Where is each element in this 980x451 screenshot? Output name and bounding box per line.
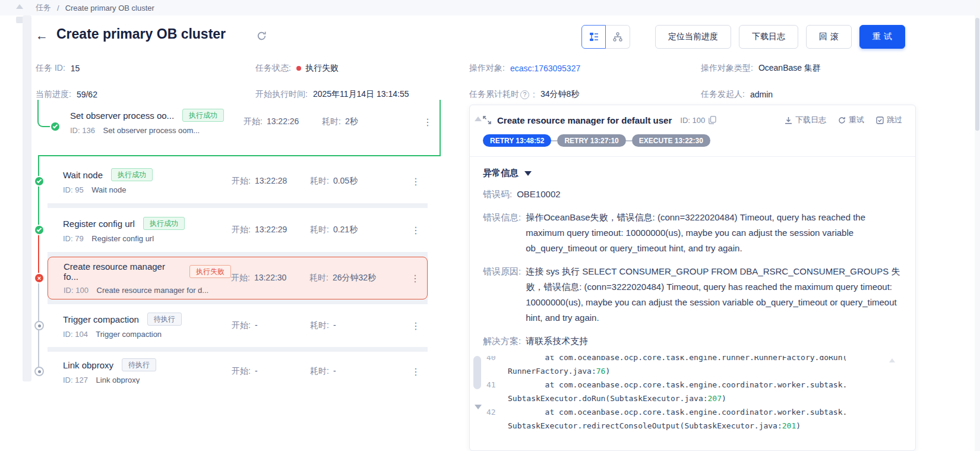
field-label: 当前进度: (36, 89, 71, 100)
duration-value: 2秒 (345, 116, 358, 126)
connector-elbow-green (37, 100, 52, 127)
retry-button[interactable]: 重试 (859, 25, 905, 49)
status-pending-icon (34, 321, 44, 330)
task-card-register-config[interactable]: Register config url 执行成功 ID: 79 Register… (48, 208, 428, 252)
panel-scrollbar-thumb[interactable] (473, 356, 481, 389)
subtask-retry-link[interactable]: 重试 (838, 115, 864, 125)
more-menu-icon[interactable]: ⋮ (404, 366, 428, 377)
locate-progress-button[interactable]: 定位当前进度 (655, 25, 731, 49)
task-desc: Wait node (91, 185, 126, 194)
more-menu-icon[interactable]: ⋮ (403, 273, 427, 284)
task-card-trigger-compaction[interactable]: Trigger compaction 待执行 ID: 104 Trigger c… (48, 304, 428, 347)
log-row: 42 at com.oceanbase.ocp.core.task.engine… (486, 405, 915, 419)
field-label: 操作对象: (469, 63, 505, 74)
task-card-set-observer[interactable]: Set observer process oo... 执行成功 ID: 136 … (62, 101, 440, 143)
field-label: 任务状态: (255, 63, 291, 74)
start-label: 开始: (232, 366, 251, 376)
more-menu-icon[interactable]: ⋮ (404, 320, 428, 332)
cluster-link[interactable]: ecasc:1763095327 (510, 64, 580, 73)
field-label: 任务累计耗时 (469, 89, 519, 100)
rollback-button[interactable]: 回滚 (806, 25, 852, 49)
field-value: 59/62 (77, 90, 97, 99)
field-start-time: 开始执行时间: 2025年11月14日 13:14:55 (255, 89, 409, 100)
subtask-download-log-link[interactable]: 下载日志 (785, 115, 826, 125)
task-card-wait-node[interactable]: Wait node 执行成功 ID: 95 Wait node 开始:13:22… (48, 159, 428, 203)
log-scroll-up-icon[interactable] (889, 358, 895, 362)
collapse-up-icon[interactable] (16, 4, 23, 9)
error-message-label: 错误信息: (483, 210, 521, 225)
help-icon[interactable]: ? (520, 90, 529, 99)
panel-scroll-down-icon[interactable] (475, 405, 482, 409)
duration-label: 耗时: (310, 176, 329, 185)
download-log-button[interactable]: 下载日志 (739, 25, 798, 49)
task-desc: Trigger compaction (96, 330, 162, 339)
subtask-skip-link[interactable]: 跳过 (876, 115, 902, 125)
timeline-pill-retry[interactable]: RETRY 13:27:10 (557, 134, 625, 147)
subtask-id: ID: 100 (680, 116, 705, 125)
log-line-number: 42 (486, 405, 508, 419)
breadcrumb-tasks[interactable]: 任务 (36, 2, 51, 13)
start-label: 开始: (232, 225, 251, 234)
connector-horizontal-green (38, 155, 441, 156)
field-value: OceanBase 集群 (758, 63, 821, 74)
log-code: SubtaskExecutor.redirectConsoleOutput(Su… (508, 419, 801, 433)
status-dot-icon (296, 66, 301, 71)
exception-section-header[interactable]: 异常信息 (470, 157, 915, 179)
collapse-triangle-icon[interactable] (524, 171, 532, 176)
link-label: 跳过 (887, 115, 902, 125)
error-message-field: 错误信息: 操作OceanBase失败，错误信息: (conn=32220204… (470, 202, 915, 256)
refresh-icon[interactable] (257, 31, 267, 41)
timeline-pill-retry-latest[interactable]: RETRY 13:48:52 (483, 134, 551, 147)
field-colon: : (533, 90, 535, 99)
panel-scroll-up-icon[interactable] (475, 116, 482, 121)
subtask-title: Create resource manager for default user (497, 115, 672, 125)
expand-icon[interactable] (483, 116, 491, 124)
back-arrow-icon[interactable]: ← (36, 29, 48, 43)
error-code-label: 错误码: (483, 187, 512, 202)
error-reason-field: 错误原因: 连接 sys 执行 SELECT CONSUMER_GROUP FR… (470, 256, 915, 326)
status-tag: 待执行 (147, 313, 182, 326)
log-viewer[interactable]: 40 at com.oceanbase.ocp.core.task.engine… (470, 356, 915, 450)
more-menu-icon[interactable]: ⋮ (404, 225, 428, 236)
timeline-pill-execute[interactable]: EXECUTE 13:22:30 (632, 134, 710, 147)
more-menu-icon[interactable]: ⋮ (404, 176, 428, 187)
field-task-status: 任务状态: 执行失败 (255, 63, 339, 74)
start-value: 13:22:29 (255, 225, 287, 234)
copy-icon[interactable] (709, 116, 716, 124)
start-value: 13:22:30 (254, 273, 287, 282)
view-toggle (581, 25, 630, 49)
log-line-number (486, 419, 508, 433)
detail-header: Create resource manager for default user… (470, 105, 915, 125)
connector-vertical-red (38, 230, 39, 278)
field-value: admin (750, 90, 773, 99)
field-value: 34分钟8秒 (540, 89, 579, 100)
log-line-number: 40 (486, 356, 508, 364)
status-value: 执行失败 (305, 63, 339, 74)
log-code: RunnerFactory.java:76) (508, 364, 610, 378)
log-row: SubtaskExecutor.doRun(SubtaskExecutor.ja… (486, 392, 915, 405)
connector-right-green (440, 100, 441, 156)
skip-check-icon (876, 116, 884, 124)
duration-value: - (333, 320, 336, 330)
task-title: Link obproxy (63, 360, 113, 370)
list-view-button[interactable] (581, 25, 606, 49)
start-value: - (255, 320, 258, 330)
more-menu-icon[interactable]: ⋮ (416, 116, 440, 128)
status-pending-icon (34, 367, 44, 376)
task-desc: Link obproxy (96, 376, 140, 384)
duration-label: 耗时: (310, 225, 329, 234)
page-scrollbar-track[interactable] (975, 0, 980, 451)
task-desc: Set observer process oom... (103, 126, 200, 135)
collapsed-side-strip[interactable] (23, 15, 31, 381)
start-label: 开始: (232, 176, 251, 185)
graph-view-button[interactable] (606, 25, 630, 49)
task-card-create-resource-manager[interactable]: Create resource manager fo... 执行失败 ID: 1… (48, 257, 428, 299)
field-progress: 当前进度: 59/62 (36, 89, 97, 100)
timeline-separator (551, 140, 557, 141)
breadcrumb-current: Create primary OB cluster (65, 4, 154, 12)
solution-label: 解决方案: (483, 333, 521, 349)
error-reason-value: 连接 sys 执行 SELECT CONSUMER_GROUP FROM DBA… (526, 264, 902, 326)
connector-vertical-green (38, 155, 39, 230)
page-scrollbar-thumb[interactable] (975, 18, 979, 131)
task-card-link-obproxy[interactable]: Link obproxy 待执行 ID: 127 Link obproxy 开始… (48, 352, 428, 384)
